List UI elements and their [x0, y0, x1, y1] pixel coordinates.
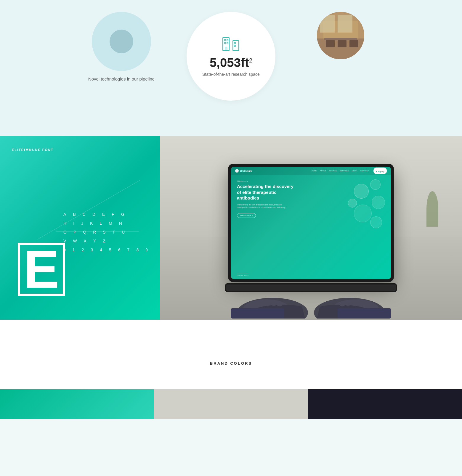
char-v: V	[63, 239, 66, 243]
alphabet-row-1: A B C D E F G	[63, 212, 148, 217]
char-q: Q	[83, 230, 86, 234]
svg-rect-2	[224, 39, 226, 41]
char-b: B	[73, 212, 76, 217]
char-5: 5	[109, 247, 112, 252]
tablet-cta-button: ▶ Sign up	[373, 168, 387, 174]
nav-science: SCIENCE	[329, 170, 337, 172]
char-2: 2	[82, 247, 84, 252]
section-gap-2	[0, 320, 462, 343]
brand-colors-label: BRAND COLORS	[0, 361, 462, 366]
char-a: A	[63, 212, 66, 217]
svg-rect-16	[320, 15, 335, 33]
tablet-learn-text: Find out more >	[240, 215, 253, 216]
brand-colors-section: BRAND COLORS	[0, 343, 462, 389]
char-e: E	[102, 212, 105, 217]
sqft-value: 5,053ft	[210, 56, 249, 70]
pipeline-text: Novel technologies in our pipeline	[88, 76, 155, 83]
top-section: Novel technologies in our pipeline 5,053…	[0, 6, 462, 118]
svg-rect-13	[338, 40, 346, 47]
char-m: M	[109, 221, 113, 226]
char-x: X	[84, 239, 87, 243]
svg-point-25	[271, 302, 277, 306]
char-8: 8	[136, 247, 139, 252]
photo-circle	[317, 12, 364, 59]
char-p: P	[73, 230, 76, 234]
swatch-light	[154, 389, 308, 419]
char-u: U	[122, 230, 125, 234]
svg-rect-4	[224, 42, 226, 44]
tablet-subtext: Transforming the way antibodies are disc…	[237, 203, 290, 209]
tablet-nav-links: HOME ABOUT SCIENCE SERVICES MEDIA CONTAC…	[312, 170, 369, 172]
svg-rect-15	[324, 38, 357, 40]
font-label: ELITEIMMUNE FONT	[12, 148, 148, 152]
tablet-background: Eliteimmune HOME ABOUT SCIENCE SERVICES …	[160, 136, 462, 320]
char-h: H	[63, 221, 67, 226]
char-j: J	[81, 221, 84, 226]
char-g: G	[121, 212, 125, 217]
tablet-logo-text: Eliteimmune	[240, 170, 252, 172]
char-t: T	[113, 230, 116, 234]
char-7: 7	[127, 247, 130, 252]
tablet-navbar: Eliteimmune HOME ABOUT SCIENCE SERVICES …	[231, 167, 391, 175]
nav-services: SERVICES	[340, 170, 349, 172]
bio-circle-6	[348, 199, 357, 208]
swatch-teal	[0, 389, 154, 419]
pipeline-avatar-inner	[110, 30, 133, 53]
sqft-superscript: 2	[249, 57, 252, 64]
sqft-label: State-of-the-art research space	[202, 72, 260, 78]
alphabet-row-2: H I J K L M N	[63, 221, 148, 226]
char-k: K	[90, 221, 93, 226]
font-section: ELITEIMMUNE FONT E A B C D E F G H I J	[0, 136, 462, 320]
svg-point-30	[345, 302, 351, 306]
pipeline-column: Novel technologies in our pipeline	[80, 12, 163, 83]
big-letter-e: E	[18, 243, 65, 296]
bio-circle-3	[372, 196, 385, 209]
char-s: S	[103, 230, 106, 234]
sqft-number: 5,053ft2	[210, 56, 252, 70]
alphabet-grid: A B C D E F G H I J K L M N O P Q R	[63, 212, 148, 252]
char-c: C	[83, 212, 86, 217]
plant	[426, 191, 438, 227]
svg-rect-17	[338, 15, 352, 33]
char-y: Y	[93, 239, 96, 243]
biology-circles	[315, 178, 386, 237]
nav-about: ABOUT	[320, 170, 326, 172]
char-6: 6	[118, 247, 121, 252]
char-3: 3	[91, 247, 93, 252]
char-r: R	[93, 230, 96, 234]
char-n: N	[119, 221, 122, 226]
photo-circle-inner	[317, 12, 364, 59]
char-o: O	[63, 230, 67, 234]
svg-rect-7	[234, 45, 235, 46]
svg-rect-33	[338, 308, 391, 319]
tablet-panel: Eliteimmune HOME ABOUT SCIENCE SERVICES …	[160, 136, 462, 320]
sqft-display: 5,053ft2	[210, 56, 252, 70]
char-1: 1	[73, 247, 75, 252]
bio-circle-4	[354, 205, 372, 222]
char-w: W	[73, 239, 77, 243]
svg-rect-8	[225, 47, 227, 51]
alphabet-row-4: V W X Y Z	[63, 239, 148, 243]
nav-home: HOME	[312, 170, 317, 172]
tablet-content-area: Eliteimmune Accelerating the discovery o…	[231, 175, 391, 221]
bio-circle-2	[370, 179, 381, 190]
hands-area	[207, 253, 415, 320]
nav-contact: CONTACT	[360, 170, 369, 172]
svg-rect-1	[233, 41, 239, 51]
char-0: 0	[63, 247, 66, 252]
svg-rect-12	[326, 40, 335, 47]
char-4: 4	[100, 247, 102, 252]
char-d: D	[92, 212, 96, 217]
svg-rect-14	[349, 40, 358, 47]
top-spacer	[0, 0, 462, 6]
char-9: 9	[145, 247, 148, 252]
divider-line	[56, 231, 139, 231]
building-icon	[222, 35, 240, 53]
photo-column	[299, 12, 382, 59]
bio-circle-5	[370, 216, 382, 228]
section-gap	[0, 118, 462, 136]
svg-rect-5	[227, 42, 228, 44]
tablet-logo-dot	[235, 169, 239, 173]
svg-rect-6	[234, 42, 235, 44]
pipeline-circle	[92, 12, 151, 71]
